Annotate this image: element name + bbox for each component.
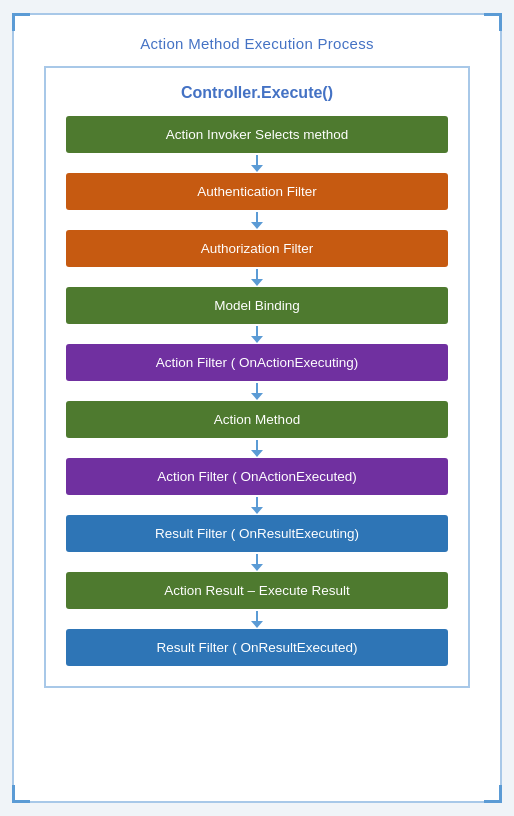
arrow-2	[251, 267, 263, 287]
arrow-1	[251, 210, 263, 230]
arrow-line	[256, 497, 258, 507]
arrow-line	[256, 212, 258, 222]
step8: Result Filter ( OnResultExecuting)	[66, 515, 448, 552]
arrow-head	[251, 393, 263, 400]
corner-br	[484, 785, 502, 803]
arrow-line	[256, 269, 258, 279]
arrow-head	[251, 279, 263, 286]
step7: Action Filter ( OnActionExecuted)	[66, 458, 448, 495]
corner-tr	[484, 13, 502, 31]
step10: Result Filter ( OnResultExecuted)	[66, 629, 448, 666]
arrow-7	[251, 552, 263, 572]
step2: Authentication Filter	[66, 173, 448, 210]
arrow-line	[256, 383, 258, 393]
arrow-line	[256, 611, 258, 621]
step6: Action Method	[66, 401, 448, 438]
arrow-4	[251, 381, 263, 401]
arrow-head	[251, 621, 263, 628]
step9: Action Result – Execute Result	[66, 572, 448, 609]
arrow-8	[251, 609, 263, 629]
step5: Action Filter ( OnActionExecuting)	[66, 344, 448, 381]
arrow-head	[251, 507, 263, 514]
step3: Authorization Filter	[66, 230, 448, 267]
inner-box: Controller.Execute() Action Invoker Sele…	[44, 66, 470, 688]
step1: Action Invoker Selects method	[66, 116, 448, 153]
step4: Model Binding	[66, 287, 448, 324]
arrow-line	[256, 326, 258, 336]
corner-tl	[12, 13, 30, 31]
arrow-head	[251, 336, 263, 343]
arrow-6	[251, 495, 263, 515]
arrow-0	[251, 153, 263, 173]
arrow-head	[251, 564, 263, 571]
arrow-3	[251, 324, 263, 344]
arrow-head	[251, 450, 263, 457]
arrow-5	[251, 438, 263, 458]
arrow-line	[256, 554, 258, 564]
outer-frame: Action Method Execution Process Controll…	[12, 13, 502, 803]
flow-container: Action Invoker Selects method Authentica…	[66, 116, 448, 666]
page-title: Action Method Execution Process	[44, 35, 470, 52]
arrow-head	[251, 222, 263, 229]
arrow-line	[256, 155, 258, 165]
corner-bl	[12, 785, 30, 803]
arrow-head	[251, 165, 263, 172]
controller-label: Controller.Execute()	[66, 84, 448, 102]
arrow-line	[256, 440, 258, 450]
